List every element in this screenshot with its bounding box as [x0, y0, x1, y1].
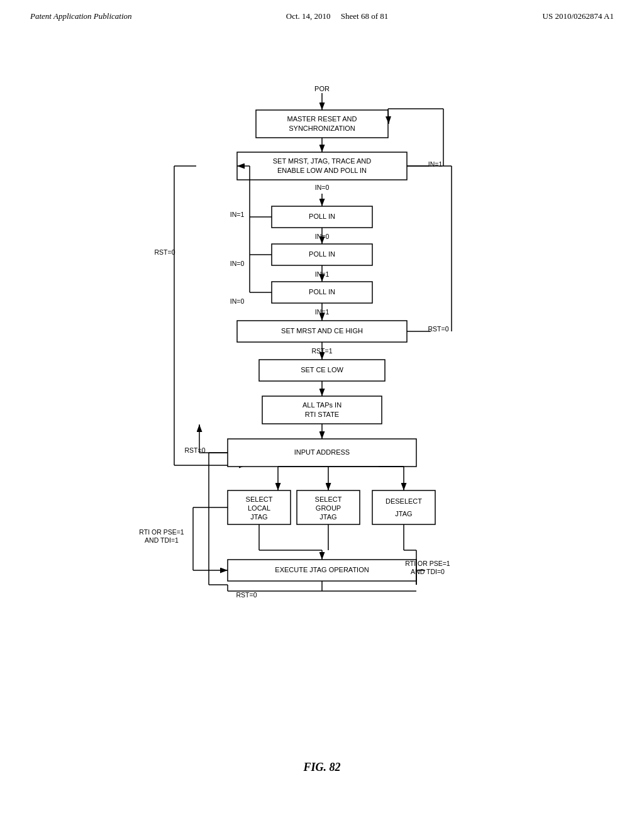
deselect-text2: JTAG: [395, 510, 412, 517]
in0-4-label: IN=0: [230, 297, 245, 305]
deselect-jtag-box: [372, 490, 435, 524]
in1-right-label: IN=1: [428, 160, 443, 168]
select-local-text2: LOCAL: [248, 504, 270, 512]
execute-jtag-text: EXECUTE JTAG OPERATION: [275, 566, 369, 573]
rti-pse0-label-line2: AND TDI=0: [411, 568, 445, 575]
poll-in-3-text: POLL IN: [309, 288, 335, 296]
page-header: Patent Application Publication Oct. 14, …: [0, 0, 644, 21]
flowchart: POR MASTER RESET AND SYNCHRONIZATION SET…: [102, 75, 542, 755]
publication-label: Patent Application Publication: [30, 11, 132, 21]
poll-in-1-text: POLL IN: [309, 213, 335, 220]
poll-in-2-text: POLL IN: [309, 250, 335, 258]
set-mrst-text1: SET MRST, JTAG, TRACE AND: [273, 157, 372, 165]
select-group-text3: JTAG: [319, 513, 336, 521]
rst0-right-label: RST=0: [428, 325, 449, 333]
in0-3-label: IN=0: [230, 260, 245, 267]
select-group-text1: SELECT: [315, 495, 342, 503]
all-taps-text1: ALL TAPs IN: [303, 401, 341, 409]
in1-to-master-arrow: [388, 109, 389, 124]
rst0-exe-label: RST=0: [236, 591, 257, 599]
set-mrst-text2: ENABLE LOW AND POLL IN: [277, 167, 367, 174]
select-local-text3: JTAG: [250, 513, 267, 521]
set-ce-low-text: SET CE LOW: [301, 366, 343, 374]
deselect-text1: DESELECT: [386, 497, 422, 505]
select-group-text2: GROUP: [316, 504, 341, 512]
patent-number-label: US 2010/0262874 A1: [543, 11, 614, 21]
rst0-left-label: RST=0: [155, 248, 175, 256]
set-mrst-ce-high-text: SET MRST AND CE HIGH: [281, 327, 363, 335]
master-reset-text-line1: MASTER RESET AND: [287, 115, 357, 123]
diagram-area: POR MASTER RESET AND SYNCHRONIZATION SET…: [31, 50, 613, 780]
por-label: POR: [314, 85, 330, 92]
select-local-text1: SELECT: [246, 495, 273, 503]
in0-1-label: IN=0: [315, 184, 330, 191]
rti-pse1-label-line2: AND TDI=1: [145, 536, 179, 544]
in1-1-label: IN=1: [230, 211, 245, 218]
figure-label: FIG. 82: [303, 761, 340, 774]
input-address-text: INPUT ADDRESS: [294, 448, 350, 456]
all-taps-text2: RTI STATE: [305, 411, 339, 418]
master-reset-text-line2: SYNCHRONIZATION: [289, 124, 355, 132]
rti-pse0-label-line1: RTI OR PSE=1: [405, 560, 450, 567]
date-sheet-label: Oct. 14, 2010 Sheet 68 of 81: [286, 11, 389, 21]
rti-pse1-label-line1: RTI OR PSE=1: [139, 528, 184, 536]
